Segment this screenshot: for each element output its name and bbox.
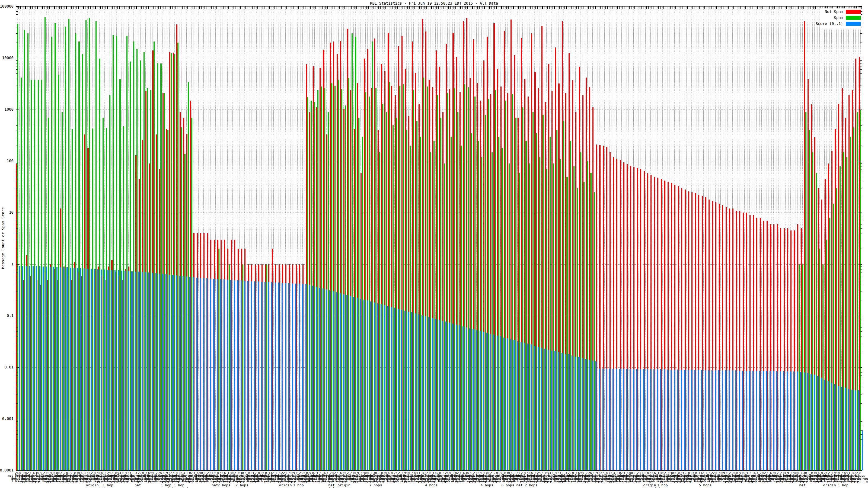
right-tick: [860, 324, 862, 324]
score-bar: [448, 323, 450, 470]
score-bar: [862, 430, 863, 470]
x-sublabel: 2 hops: [236, 483, 248, 487]
score-bar: [128, 271, 129, 470]
score-bar: [694, 370, 695, 470]
score-bar: [367, 300, 368, 470]
score-bar: [548, 350, 549, 470]
score-bar: [472, 329, 474, 470]
spam-bar: [430, 152, 431, 470]
x-sublabel: net: [212, 483, 218, 487]
spam-bar: [542, 115, 544, 470]
legend-swatch: [846, 16, 861, 20]
score-bar: [39, 266, 40, 470]
spam-bar: [181, 127, 182, 470]
score-bar: [22, 266, 23, 470]
left-tick: [16, 421, 18, 422]
right-tick: [860, 370, 862, 370]
score-bar: [145, 272, 146, 470]
score-bar: [616, 369, 617, 470]
spam-bar: [836, 188, 837, 470]
score-bar: [247, 281, 248, 470]
spam-bar: [126, 36, 127, 470]
score-bar: [46, 266, 47, 470]
score-bar: [664, 369, 665, 470]
left-tick: [16, 446, 18, 446]
score-bar: [425, 316, 426, 470]
score-bar: [790, 371, 791, 470]
spam-bar: [393, 125, 394, 470]
spam-bar: [539, 157, 540, 470]
right-tick: [860, 73, 862, 74]
score-bar: [101, 269, 102, 470]
y-tick-label: 0.1: [0, 314, 13, 318]
legend-swatch: [846, 22, 861, 26]
spam-bar: [372, 41, 373, 470]
left-tick: [16, 218, 18, 218]
spam-bar: [839, 166, 841, 470]
left-tick: [16, 272, 18, 272]
spam-bar: [188, 82, 189, 470]
spam-bar: [386, 112, 387, 470]
legend-row: Not Spam: [825, 10, 861, 14]
score-bar: [268, 282, 269, 470]
score-bar: [428, 317, 429, 470]
left-tick: [16, 285, 18, 285]
score-bar: [398, 309, 399, 470]
score-bar: [619, 369, 620, 470]
spam-bar: [119, 79, 120, 470]
spam-bar: [437, 95, 438, 470]
spam-bar: [823, 264, 824, 470]
left-tick: [16, 73, 18, 74]
score-bar: [613, 369, 614, 470]
spam-bar: [829, 218, 830, 470]
right-tick: [860, 224, 862, 225]
right-tick: [860, 228, 862, 229]
spam-bar: [160, 63, 161, 470]
x-axis-labels: 26 net origin 3 hops 7 hops0 7 hops net …: [0, 472, 868, 488]
spam-bar: [229, 264, 230, 470]
spam-bar: [457, 112, 458, 470]
y-tick-label: 100: [0, 159, 13, 163]
right-tick: [860, 421, 862, 422]
right-tick: [860, 266, 862, 267]
spam-bar: [382, 104, 383, 470]
score-bar: [411, 312, 412, 470]
spam-bar: [62, 112, 63, 470]
x-sublabel: origin: [95, 487, 107, 488]
spam-bar: [242, 264, 243, 470]
score-bar: [565, 354, 566, 470]
spam-bar: [314, 102, 315, 470]
spam-bar: [522, 107, 523, 470]
score-bar: [196, 278, 197, 470]
score-bar: [353, 297, 354, 470]
spam-bar: [451, 137, 452, 470]
legend-label: Not Spam: [825, 10, 843, 14]
notspam-bar: [16, 163, 17, 470]
rbl-statistics-chart: RBL Statistics - Fri Jun 19 12:58:23 EDT…: [0, 0, 868, 488]
score-bar: [165, 274, 166, 470]
right-tick: [860, 455, 862, 455]
right-tick: [859, 213, 862, 213]
score-bar: [660, 369, 661, 470]
spam-bar: [553, 163, 554, 470]
x-sublabel: 7 hops: [369, 483, 382, 487]
left-tick: [16, 163, 18, 164]
score-bar: [261, 282, 262, 470]
spam-bar: [399, 86, 400, 470]
score-bar: [66, 267, 67, 470]
score-bar: [319, 288, 320, 470]
right-tick: [860, 372, 862, 372]
spam-bar: [24, 30, 25, 470]
spam-bar: [116, 36, 117, 470]
spam-bar: [529, 163, 530, 470]
right-tick: [860, 118, 862, 118]
spam-bar: [130, 62, 131, 470]
spam-bar: [27, 33, 29, 470]
score-bar: [63, 267, 64, 470]
spam-bar: [406, 130, 407, 470]
score-bar: [138, 272, 140, 470]
left-tick: [16, 173, 18, 173]
spam-bar: [532, 112, 533, 470]
spam-bar: [444, 163, 445, 470]
spam-bar: [433, 141, 435, 470]
